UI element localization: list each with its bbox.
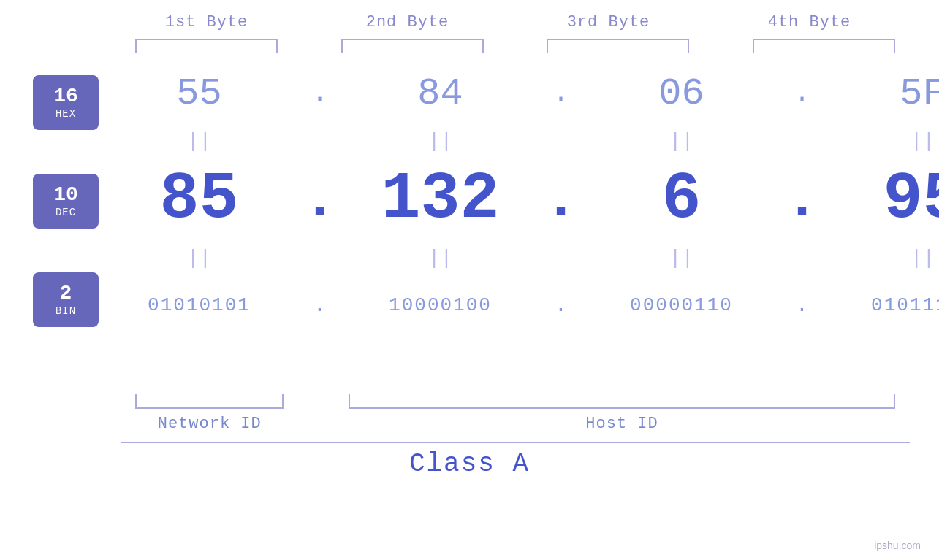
bin-badge: 2 BIN <box>33 272 99 327</box>
bin-label: BIN <box>56 305 76 317</box>
dec-byte1: 85 <box>99 162 300 237</box>
label-column: 16 HEX 10 DEC 2 BIN <box>33 61 99 386</box>
dec-badge: 10 DEC <box>33 174 99 229</box>
bracket-bottom-host <box>334 387 910 409</box>
hex-row: 55 . 84 . 06 . 5F <box>99 61 939 126</box>
bracket-top-4 <box>738 31 910 61</box>
bracket-top-3 <box>532 31 704 61</box>
sep-row-1: || || || || <box>99 126 939 156</box>
host-id-label: Host ID <box>334 415 910 433</box>
byte3-header: 3rd Byte <box>508 13 709 31</box>
watermark: ipshu.com <box>874 540 921 551</box>
hex-byte4: 5F <box>822 72 939 115</box>
dec-row: 85 . 132 . 6 . 95 <box>99 156 939 243</box>
bin-byte3: 00000110 <box>581 294 782 316</box>
content-area: 16 HEX 10 DEC 2 BIN 55 . <box>0 61 939 386</box>
class-bracket-line <box>121 442 910 443</box>
byte2-header: 2nd Byte <box>307 13 508 31</box>
bin-byte1: 01010101 <box>99 294 300 316</box>
hex-badge: 16 HEX <box>33 75 99 130</box>
network-id-label: Network ID <box>121 415 298 433</box>
bracket-top-2 <box>327 31 498 61</box>
dec-label: DEC <box>56 207 76 218</box>
main-container: 1st Byte 2nd Byte 3rd Byte 4th Byte 16 H… <box>0 0 939 560</box>
bin-byte2: 10000100 <box>340 294 541 316</box>
sep-row-2: || || || || <box>99 243 939 272</box>
bracket-bottom-network <box>121 387 298 409</box>
byte1-header: 1st Byte <box>106 13 307 31</box>
bin-number: 2 <box>60 283 72 305</box>
bin-row: 01010101 . 10000100 . 00000110 . <box>99 272 939 338</box>
dec-byte4: 95 <box>822 162 939 237</box>
ip-display: 55 . 84 . 06 . 5F <box>99 61 939 386</box>
hex-number: 16 <box>53 85 78 108</box>
hex-byte3: 06 <box>581 72 782 115</box>
dec-byte3: 6 <box>581 162 782 237</box>
dec-byte2: 132 <box>340 162 541 237</box>
class-label: Class A <box>395 449 544 479</box>
byte-headers: 1st Byte 2nd Byte 3rd Byte 4th Byte <box>0 0 939 31</box>
bin-byte4: 01011111 <box>822 294 939 316</box>
hex-byte1: 55 <box>99 72 300 115</box>
dec-number: 10 <box>53 184 78 207</box>
hex-label: HEX <box>56 108 76 120</box>
hex-byte2: 84 <box>340 72 541 115</box>
bracket-top-1 <box>121 31 292 61</box>
class-row: Class A <box>0 438 939 482</box>
byte4-header: 4th Byte <box>709 13 910 31</box>
